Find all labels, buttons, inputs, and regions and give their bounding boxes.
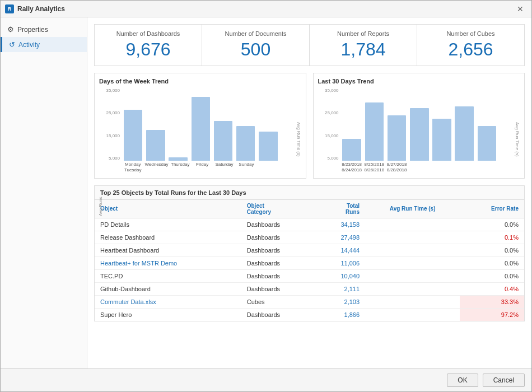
bar-group-3 [190,88,211,161]
table-row: Heartbeat Dashboard Dashboards 14,444 0.… [95,244,524,256]
total-runs-3: 11,006 [315,256,365,269]
total-runs-4: 10,040 [315,269,365,282]
col-category: ObjectCategory [241,200,315,218]
chart-days-of-week: Days of the Week Trend Avg Runs 35,000 2… [94,73,306,179]
object-name-1: Release Dashboard [95,231,241,244]
left-x-labels: MondayTuesday Wednesday Thursday Friday … [123,162,279,174]
bar-5 [236,126,255,161]
objects-table: Object ObjectCategory TotalRuns Avg Run … [95,200,524,321]
stat-reports-label: Number of Reports [316,30,410,37]
bar-1 [146,130,165,161]
object-name-0: PD Details [95,218,241,231]
bar-6 [259,132,277,161]
bar-4 [214,121,232,161]
rbar-5 [455,106,473,161]
stats-row: Number of Dashboards 9,676 Number of Doc… [94,24,525,66]
rx-label-2: 8/27/20188/28/2018 [386,162,407,174]
right-x-labels: 8/23/20188/24/2018 8/25/20188/26/2018 8/… [342,162,498,174]
sidebar-item-properties[interactable]: ⚙ Properties [1,22,87,37]
col-total-runs: TotalRuns [315,200,365,218]
avg-run-2 [365,244,460,256]
object-category-0: Dashboards [241,218,315,231]
stat-cubes-label: Number of Cubes [424,30,517,37]
stat-cubes: Number of Cubes 2,656 [417,25,524,66]
x-label-3: Friday [192,162,212,174]
stat-reports: Number of Reports 1,784 [310,25,417,66]
x-label-6 [258,162,278,174]
main-content: Number of Dashboards 9,676 Number of Doc… [87,17,531,368]
error-rate-6: 33.3% [460,295,524,308]
left-y-axis: 35,000 25,000 15,000 5,000 [99,88,122,161]
error-rate-4: 0.0% [460,269,524,282]
rx-label-5 [454,162,475,174]
right-chart-y-right-label: Avg Run Time (s) [515,122,520,157]
stat-reports-value: 1,784 [316,39,410,60]
x-label-4: Saturday [214,162,234,174]
total-runs-0: 34,158 [315,218,365,231]
rbar-4 [432,119,451,161]
avg-run-0 [365,218,460,231]
sidebar-label-properties: Properties [17,26,48,34]
sidebar-label-activity: Activity [18,41,40,49]
total-runs-2: 14,444 [315,244,365,256]
object-category-3: Dashboards [241,256,315,269]
bar-group-5 [235,88,256,161]
table-title: Top 25 Objects by Total Runs for the Las… [95,186,524,200]
stat-documents: Number of Documents 500 [202,25,310,66]
object-name-7: Super Hero [95,308,241,321]
bar-group-0 [123,88,143,161]
rbar-1 [365,102,384,161]
avg-run-3 [365,256,460,269]
total-runs-6: 2,103 [315,295,365,308]
rbar-group-3 [409,88,430,161]
error-rate-5: 0.4% [460,282,524,295]
chart-30days-title: Last 30 Days Trend [318,78,520,85]
error-rate-1: 0.1% [460,231,524,244]
rbar-group-5 [454,88,475,161]
window-title: Rally Analytics [17,5,65,13]
object-name-3[interactable]: Heartbeat+ for MSTR Demo [95,256,241,269]
chart-days-title: Days of the Week Trend [99,78,301,85]
total-runs-7: 1,866 [315,308,365,321]
error-rate-0: 0.0% [460,218,524,231]
main-layout: ⚙ Properties ↺ Activity Number of Dashbo… [1,17,531,368]
col-avg-run: Avg Run Time (s) [365,200,460,218]
charts-row: Days of the Week Trend Avg Runs 35,000 2… [94,73,525,179]
object-category-4: Dashboards [241,269,315,282]
bar-0 [124,110,142,161]
title-bar-left: R Rally Analytics [5,4,65,13]
right-y-axis: 35,000 25,000 15,000 5,000 [318,88,340,161]
left-chart-y-right-label: Avg Run Time (s) [296,122,301,157]
stat-documents-label: Number of Documents [209,30,302,37]
x-label-1: Wednesday [144,162,168,174]
bar-2 [169,157,187,161]
col-error-rate: Error Rate [460,200,524,218]
rbar-group-2 [386,88,407,161]
close-button[interactable]: ✕ [514,3,527,15]
table-header-row: Object ObjectCategory TotalRuns Avg Run … [95,200,524,218]
bar-group-6 [258,88,278,161]
rbar-group-0 [342,88,362,161]
object-category-6: Cubes [241,295,315,308]
object-category-7: Dashboards [241,308,315,321]
sidebar: ⚙ Properties ↺ Activity [1,17,87,368]
sidebar-item-activity[interactable]: ↺ Activity [1,37,87,52]
stat-dashboards: Number of Dashboards 9,676 [95,25,202,66]
left-bars-container [123,88,279,161]
ok-button[interactable]: OK [447,374,478,387]
rx-label-4 [431,162,452,174]
avg-run-7 [365,308,460,321]
error-rate-2: 0.0% [460,244,524,256]
rx-label-0: 8/23/20188/24/2018 [342,162,362,174]
error-rate-7: 97.2% [460,308,524,321]
object-name-6[interactable]: Commuter Data.xlsx [95,295,241,308]
left-chart-bars: 35,000 25,000 15,000 5,000 [123,88,279,161]
rbar-group-1 [364,88,385,161]
object-category-5: Dashboards [241,282,315,295]
app-icon: R [5,4,14,13]
x-label-0: MondayTuesday [123,162,143,174]
rbar-0 [342,139,361,161]
x-label-5: Sunday [236,162,256,174]
total-runs-5: 2,111 [315,282,365,295]
cancel-button[interactable]: Cancel [483,374,525,387]
